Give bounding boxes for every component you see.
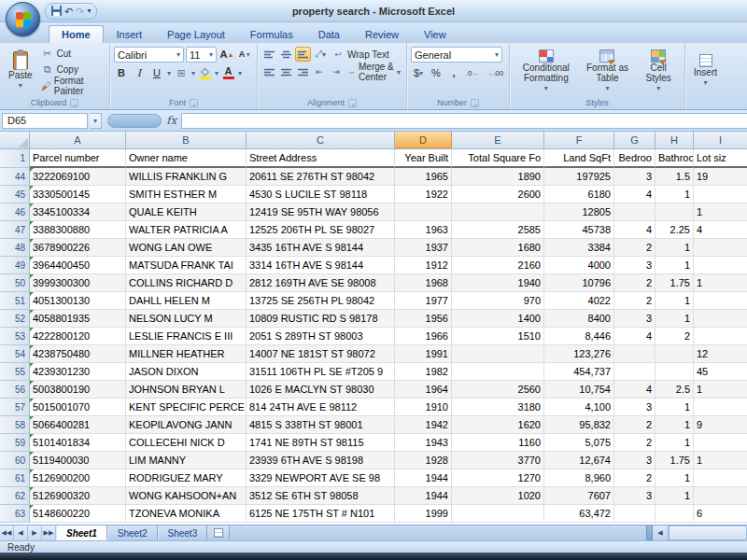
row-header[interactable]: 60 (0, 452, 30, 469)
name-box[interactable]: D65 (2, 113, 88, 129)
cell[interactable] (452, 203, 544, 221)
cell[interactable]: 5015001070 (30, 399, 126, 416)
cell[interactable]: 2.25 (655, 221, 694, 239)
cell[interactable]: 3 (614, 487, 655, 505)
tab-review[interactable]: Review (353, 26, 411, 43)
column-header-b[interactable]: B (126, 132, 247, 148)
cell[interactable]: 1.75 (655, 452, 694, 469)
cell[interactable]: 2.5 (655, 381, 694, 399)
cell[interactable]: 123,276 (544, 345, 614, 363)
cell[interactable]: 1400 (452, 310, 544, 328)
column-header-i[interactable]: I (694, 132, 747, 148)
cell[interactable]: 4 (614, 381, 655, 399)
cell[interactable] (694, 239, 747, 257)
cell[interactable]: 3180 (452, 399, 544, 416)
formula-input[interactable] (181, 113, 747, 129)
column-header-g[interactable]: G (614, 132, 655, 148)
cell[interactable] (694, 469, 747, 487)
cell[interactable]: COLLECEHI NICK D (126, 434, 247, 452)
cell[interactable]: 3512 SE 6TH ST 98058 (247, 487, 395, 505)
cell[interactable]: 2560 (452, 381, 544, 399)
office-button[interactable] (6, 2, 40, 36)
cell[interactable]: 8,446 (544, 328, 614, 345)
tab-data[interactable]: Data (306, 26, 352, 43)
row-header[interactable]: 45 (0, 186, 30, 203)
last-sheet-button[interactable]: ▶▶ (42, 525, 56, 540)
cell[interactable]: Total Square Fo (452, 149, 544, 168)
grow-font-button[interactable]: A▲ (218, 47, 235, 62)
undo-button[interactable]: ↶ (64, 5, 73, 18)
cell[interactable]: 4000 (544, 257, 614, 274)
tab-insert[interactable]: Insert (105, 26, 155, 43)
decrease-indent-button[interactable]: ⇤ (312, 64, 327, 79)
cell[interactable]: DAHLL HELEN M (126, 292, 247, 310)
cell[interactable]: SMITH ESTHER M (126, 186, 247, 203)
cell[interactable]: 3999300300 (30, 274, 126, 292)
cell[interactable]: 20611 SE 276TH ST 98042 (247, 168, 395, 186)
cell[interactable]: 3345100334 (30, 203, 126, 221)
fill-color-button[interactable]: ◇ (198, 66, 212, 79)
cell[interactable]: 5126900320 (30, 487, 126, 505)
cell[interactable]: 23939 6TH AVE S 98198 (247, 452, 395, 469)
column-header-c[interactable]: C (247, 132, 395, 148)
row-header[interactable]: 1 (0, 149, 30, 168)
align-left-button[interactable] (261, 64, 276, 79)
cell[interactable] (614, 505, 655, 523)
cell[interactable]: 2600 (452, 186, 544, 203)
hscroll-left-button[interactable]: ◀ (653, 525, 669, 540)
sheet-tab-sheet1[interactable]: Sheet1 (56, 525, 107, 540)
cell[interactable]: 1991 (395, 345, 452, 363)
cell[interactable]: 3388300880 (30, 221, 126, 239)
cell[interactable] (655, 345, 694, 363)
paste-button[interactable]: Paste ▾ (4, 46, 37, 96)
cell[interactable]: 10809 RUSTIC RD S 98178 (247, 310, 395, 328)
row-header[interactable]: 58 (0, 416, 30, 434)
cell[interactable]: Parcel number (30, 149, 126, 168)
conditional-formatting-button[interactable]: Conditional Formatting ▾ (514, 46, 578, 96)
cell[interactable]: 1956 (395, 310, 452, 328)
row-header[interactable]: 51 (0, 292, 30, 310)
cell[interactable]: 1680 (452, 239, 544, 257)
cell[interactable]: 3330500145 (30, 186, 126, 203)
cell[interactable]: 12419 SE 95TH WAY 98056 (247, 203, 395, 221)
cell[interactable]: 2160 (452, 257, 544, 274)
redo-button[interactable]: ↷ (76, 5, 84, 18)
cell[interactable]: 1965 (395, 168, 452, 186)
format-as-table-button[interactable]: Format as Table ▾ (581, 46, 633, 96)
cell[interactable]: MATSUDA FRANK TAI (126, 257, 247, 274)
tab-page-layout[interactable]: Page Layout (155, 26, 237, 43)
cell[interactable]: 12525 206TH PL SE 98027 (247, 221, 395, 239)
cell[interactable] (694, 399, 747, 416)
cell[interactable]: 1928 (395, 452, 452, 469)
cell[interactable]: 8,960 (544, 469, 614, 487)
merge-center-button[interactable]: ⇔ Merge & Center ▾ (345, 65, 402, 79)
cell[interactable]: 2 (614, 239, 655, 257)
cell[interactable] (694, 310, 747, 328)
cell[interactable]: NELSON LUCY M (126, 310, 247, 328)
number-dialog-launcher[interactable]: ⌟ (471, 99, 479, 107)
cell[interactable]: 1160 (452, 434, 544, 452)
cell[interactable]: 1270 (452, 469, 544, 487)
cell[interactable]: 1944 (395, 469, 452, 487)
cell[interactable]: 1510 (452, 328, 544, 345)
cell[interactable]: 2812 169TH AVE SE 98008 (247, 274, 395, 292)
cell[interactable]: Bathroo (655, 149, 694, 168)
cell[interactable]: 1910 (395, 399, 452, 416)
row-header[interactable]: 52 (0, 310, 30, 328)
column-header-e[interactable]: E (452, 132, 544, 148)
cell[interactable]: 1 (655, 416, 694, 434)
cell[interactable]: 19 (694, 168, 747, 186)
cell[interactable]: 1943 (395, 434, 452, 452)
cell[interactable]: 1 (655, 469, 694, 487)
shrink-font-button[interactable]: A▼ (237, 47, 253, 62)
borders-dropdown[interactable]: ▾ (191, 69, 195, 77)
cell[interactable]: TZONEVA MONIKA (126, 505, 247, 523)
clipboard-dialog-launcher[interactable]: ⌟ (70, 99, 78, 107)
insert-worksheet-button[interactable] (207, 525, 230, 540)
cell[interactable] (694, 257, 747, 274)
cell[interactable]: 3 (614, 452, 655, 469)
cell[interactable]: 4022 (544, 292, 614, 310)
cell[interactable]: 1026 E MACLYN ST 98030 (247, 381, 395, 399)
name-box-dropdown[interactable]: ▾ (90, 113, 102, 129)
cell[interactable]: 4 (614, 186, 655, 203)
